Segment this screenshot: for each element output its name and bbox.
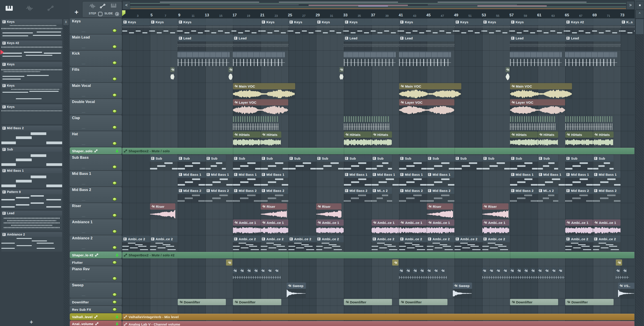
- lock-icon[interactable]: [116, 149, 119, 153]
- pattern-clip[interactable]: Lead: [399, 35, 454, 50]
- scroll-up-button[interactable]: ^: [635, 10, 644, 18]
- pattern-clip[interactable]: Mid Bass 1: [178, 171, 205, 187]
- piano-rev-clip[interactable]: [434, 268, 438, 273]
- track-mute-led[interactable]: [112, 246, 117, 249]
- track-mute-led[interactable]: [112, 61, 117, 65]
- audio-clip[interactable]: Riser: [427, 203, 453, 219]
- pattern-clip[interactable]: Mid Bass 2: [399, 187, 427, 203]
- pattern-clip[interactable]: Mid Bass 1: [344, 171, 372, 187]
- grid-row-sweep[interactable]: [122, 282, 634, 298]
- step-toggle[interactable]: [98, 12, 102, 16]
- track-mute-led[interactable]: [112, 165, 117, 169]
- automation-clip[interactable]: Analog Lab V - Channel volume: [122, 321, 634, 326]
- fill-clip[interactable]: [506, 67, 510, 82]
- track-item-mid-bass-1[interactable]: Mid Bass 1...: [70, 171, 122, 187]
- track-item-keys[interactable]: Keys...: [70, 18, 122, 34]
- pattern-clip[interactable]: Ambi..ce 2: [399, 236, 427, 251]
- pattern-clip[interactable]: Keys: [316, 19, 344, 34]
- audio-clip[interactable]: Ambi..ce 1: [593, 219, 620, 235]
- kick-clip[interactable]: [344, 51, 396, 66]
- pattern-clip[interactable]: Sub: [150, 155, 178, 171]
- pattern-clip[interactable]: Mid Bass 1: [372, 171, 399, 187]
- track-item-downlifter[interactable]: Downlifter: [70, 298, 122, 305]
- pattern-clip[interactable]: Mid Bass 1: [261, 171, 288, 187]
- add-track-button[interactable]: +: [72, 8, 81, 17]
- track-mute-led[interactable]: [112, 197, 117, 201]
- grid-row-piano-rev[interactable]: [122, 266, 634, 282]
- piano-rev-clip[interactable]: [240, 268, 244, 273]
- track-item-double-vocal[interactable]: Double Vocal...: [70, 99, 122, 115]
- pattern-item[interactable]: Keys: [1, 19, 62, 39]
- pattern-clip[interactable]: Mid Bass 1: [233, 171, 260, 187]
- pattern-clip[interactable]: Sub: [399, 155, 427, 171]
- clap-clip[interactable]: [344, 115, 389, 131]
- pattern-clip[interactable]: Sub: [344, 155, 372, 171]
- automation-clip[interactable]: ShaperBox2 - Mute / solo: [122, 148, 634, 154]
- audio-clip[interactable]: Layer VOC: [233, 99, 288, 115]
- audio-clip[interactable]: Main VOC: [399, 83, 461, 98]
- track-item-valhall-level[interactable]: Valhall..level: [70, 313, 122, 320]
- track-mute-led[interactable]: [112, 109, 117, 113]
- navigator-options-button[interactable]: [636, 1, 644, 10]
- track-item-clap[interactable]: Clap...: [70, 115, 122, 131]
- piano-mode-icon[interactable]: [111, 3, 116, 8]
- pattern-clip[interactable]: Mid Bass 2: [510, 187, 538, 203]
- piano-rev-clip[interactable]: [558, 268, 562, 273]
- audio-clip[interactable]: HiHats: [233, 131, 260, 147]
- clap-clip[interactable]: [233, 115, 278, 131]
- track-item-main-lead[interactable]: Main Lead...: [70, 35, 122, 50]
- track-item-sweep[interactable]: Sweep...: [70, 282, 122, 298]
- pattern-clip[interactable]: Keys: [150, 19, 178, 34]
- audio-clip[interactable]: Ambi..ce 1: [316, 219, 344, 235]
- piano-rev-clip[interactable]: [510, 268, 514, 273]
- pattern-clip[interactable]: Mid Bass 2: [206, 187, 233, 203]
- arrangement-navigator[interactable]: < >: [122, 1, 634, 10]
- grid-row-flutter[interactable]: [122, 259, 634, 266]
- pattern-clip[interactable]: Lead: [510, 35, 565, 50]
- pattern-item[interactable]: Keys: [1, 62, 62, 82]
- piano-rev-clip[interactable]: [489, 268, 493, 273]
- grid-row-fills[interactable]: [122, 67, 634, 83]
- pattern-clip[interactable]: Sub: [233, 155, 260, 171]
- piano-rev-clip[interactable]: [531, 268, 535, 273]
- track-item-fills[interactable]: Fills...: [70, 67, 122, 82]
- pattern-clip[interactable]: Sub: [482, 155, 510, 171]
- pattern-clip[interactable]: Ambi..ce 2: [233, 236, 260, 251]
- pattern-clip[interactable]: Mi..s 2: [372, 187, 392, 203]
- piano-rev-clip[interactable]: [623, 268, 626, 273]
- downlifter-clip[interactable]: Downlifter: [510, 299, 558, 305]
- track-item-main-vocal[interactable]: Main Vocal...: [70, 83, 122, 98]
- piano-rev-clip[interactable]: [254, 268, 258, 273]
- pattern-clip[interactable]: Sub: [510, 155, 538, 171]
- audio-clip[interactable]: VS..: [618, 283, 634, 298]
- pattern-clip[interactable]: Mid Bass 1: [593, 171, 620, 187]
- flutter-clip[interactable]: [226, 259, 232, 266]
- piano-rev-clip[interactable]: [545, 268, 548, 273]
- audio-clip[interactable]: Riser: [316, 203, 342, 219]
- pattern-clip[interactable]: Ambi..ce 2: [482, 236, 510, 251]
- kick-clip[interactable]: [565, 51, 617, 66]
- pattern-clip[interactable]: Keys: [288, 19, 316, 34]
- audio-clip[interactable]: HiHats: [565, 131, 593, 147]
- track-item-hat[interactable]: Hat...: [70, 131, 122, 147]
- playhead-marker[interactable]: [122, 10, 126, 16]
- pattern-item[interactable]: Mid Bass 2: [1, 126, 62, 145]
- audio-clip[interactable]: Ambi..ce 1: [261, 219, 288, 235]
- pattern-clip[interactable]: Keys: [482, 19, 510, 34]
- pattern-clip[interactable]: Ambi..ce 2: [316, 236, 344, 251]
- slide-mode-icon[interactable]: [100, 3, 106, 9]
- audio-clip[interactable]: HiHats: [538, 131, 558, 147]
- pattern-clip[interactable]: Mid Bass 2: [593, 187, 620, 203]
- pattern-item[interactable]: Lead: [1, 211, 62, 230]
- pattern-clip[interactable]: Ambi..ce 2: [565, 236, 593, 251]
- audio-clip[interactable]: Main VOC: [510, 83, 572, 98]
- track-mute-led[interactable]: [112, 181, 117, 185]
- piano-rev-clip[interactable]: [496, 268, 500, 273]
- pattern-clip[interactable]: Sub: [372, 155, 392, 171]
- pattern-item[interactable]: Keys: [1, 83, 62, 103]
- grid-row-riser[interactable]: [122, 203, 634, 219]
- audio-clip[interactable]: Riser: [261, 203, 287, 219]
- pattern-item[interactable]: Keys #2: [1, 41, 62, 60]
- piano-rev-clip[interactable]: [261, 268, 264, 273]
- navigator-left-button[interactable]: <: [122, 1, 130, 10]
